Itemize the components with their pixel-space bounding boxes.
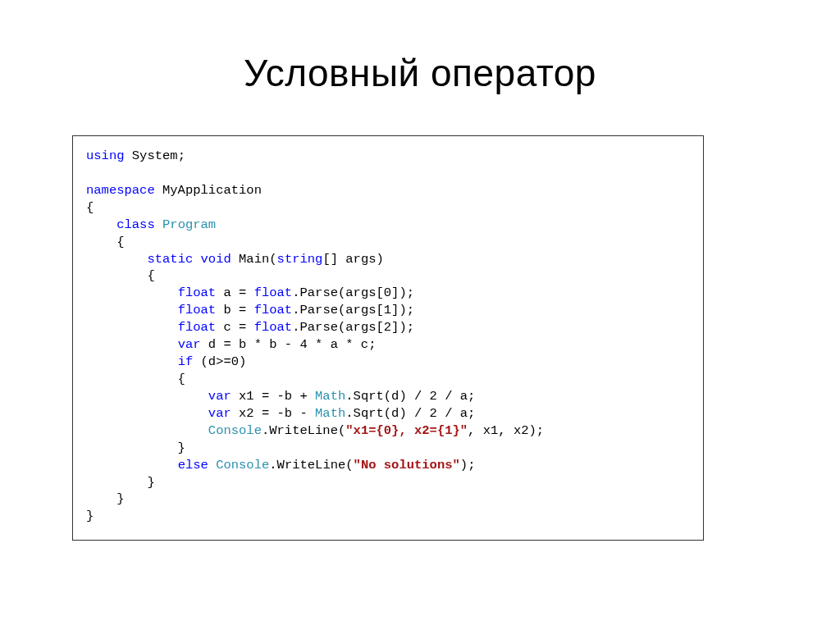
- code-block: using System; namespace MyApplication { …: [72, 135, 704, 541]
- slide-title: Условный оператор: [0, 51, 840, 95]
- code-content: using System; namespace MyApplication { …: [86, 148, 690, 525]
- slide: Условный оператор using System; namespac…: [0, 0, 840, 630]
